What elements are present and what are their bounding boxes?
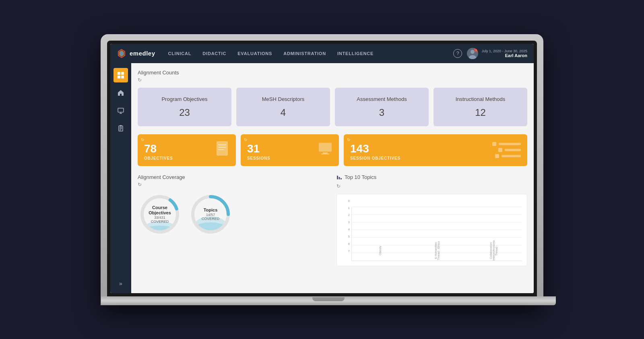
svg-rect-7 xyxy=(118,76,120,78)
stat-sessions[interactable]: ↻ 31 SESSIONS xyxy=(241,134,339,166)
svg-rect-5 xyxy=(118,72,120,75)
card-label-instructional-methods: Instructional Methods xyxy=(440,96,521,103)
circles-row: Course Objectives 33/431 COVERED xyxy=(138,192,328,236)
coverage-section: Alignment Coverage ↻ xyxy=(138,174,328,266)
circle-topics[interactable]: Topics 14/57 COVERED xyxy=(188,192,233,236)
card-label-assessment-methods: Assessment Methods xyxy=(341,96,422,103)
stat-sessions-content: 31 SESSIONS xyxy=(247,140,270,160)
svg-rect-9 xyxy=(118,108,124,112)
circle-donut-topics: Topics 14/57 COVERED xyxy=(188,192,233,236)
alignment-counts-refresh[interactable]: ↻ xyxy=(138,77,527,83)
card-number-program-objectives: 23 xyxy=(144,107,225,118)
content-area: Alignment Counts ↻ Program Objectives 23… xyxy=(131,63,534,293)
svg-rect-16 xyxy=(120,125,122,126)
circle-course-objectives-text: Course Objectives 33/431 COVERED xyxy=(149,205,171,224)
nav-right: ? 2 July 1, 2020 - June 30, 2025 xyxy=(453,48,527,59)
user-area: 2 July 1, 2020 - June 30, 2025 Earl Aaro… xyxy=(467,48,527,59)
nav-intelligence[interactable]: INTELLIGENCE xyxy=(337,49,374,58)
notification-badge: 2 xyxy=(474,48,478,52)
sidebar-collapse-button[interactable]: » xyxy=(114,279,128,288)
sidebar-item-home[interactable] xyxy=(114,86,128,100)
sidebar-item-clipboard[interactable] xyxy=(114,121,128,136)
bar-group-1: Thread - Ethics & Humanities xyxy=(412,239,462,261)
coverage-title: Alignment Coverage xyxy=(138,174,328,180)
circle-donut-course-objectives: Course Objectives 33/431 COVERED xyxy=(138,192,182,236)
nav-evaluations[interactable]: EVALUATIONS xyxy=(237,49,272,58)
session-objectives-icon xyxy=(492,142,521,158)
bars-area: ObesityThread - Ethics & HumanitiesThrea… xyxy=(351,207,522,261)
bar-group-0: Obesity xyxy=(355,239,405,261)
stat-sessions-refresh[interactable]: ↻ xyxy=(244,138,247,142)
stat-cards: ↻ 78 OBJECTIVES xyxy=(138,134,527,166)
bar-group-2: Thread - Interprofessional Collaboration xyxy=(469,239,519,261)
svg-rect-34 xyxy=(337,176,338,179)
svg-rect-36 xyxy=(341,178,342,179)
laptop-screen: emedley CLINICAL DIDACTIC EVALUATIONS AD… xyxy=(110,44,534,293)
avatar: 2 xyxy=(467,48,478,59)
card-number-assessment-methods: 3 xyxy=(341,107,422,118)
y-axis: 7 6 5 4 3 2 1 0 xyxy=(342,199,351,253)
stat-session-objectives-number: 143 xyxy=(350,143,400,154)
svg-rect-22 xyxy=(323,152,328,154)
bar-label-0: Obesity xyxy=(379,240,382,261)
svg-rect-17 xyxy=(217,141,228,156)
app-container: emedley CLINICAL DIDACTIC EVALUATIONS AD… xyxy=(110,44,534,293)
stat-objectives[interactable]: ↻ 78 OBJECTIVES xyxy=(138,134,236,166)
bottom-section: Alignment Coverage ↻ xyxy=(138,174,527,266)
card-program-objectives[interactable]: Program Objectives 23 xyxy=(138,88,231,126)
sidebar-item-monitor[interactable] xyxy=(114,103,128,118)
svg-rect-21 xyxy=(319,143,332,152)
stat-sessions-label: SESSIONS xyxy=(247,156,270,160)
stat-objectives-refresh[interactable]: ↻ xyxy=(141,138,144,142)
card-assessment-methods[interactable]: Assessment Methods 3 xyxy=(335,88,429,126)
card-number-instructional-methods: 12 xyxy=(440,107,521,118)
card-instructional-methods[interactable]: Instructional Methods 12 xyxy=(433,88,527,126)
logo-area: emedley xyxy=(117,49,155,58)
stat-session-objectives-refresh[interactable]: ↻ xyxy=(347,138,350,142)
chart-container: 7 6 5 4 3 2 1 0 xyxy=(336,194,527,266)
user-info: July 1, 2020 - June 30, 2025 Earl Aaron xyxy=(481,49,527,58)
sessions-icon xyxy=(318,141,332,159)
card-number-mesh-descriptors: 4 xyxy=(243,107,324,118)
stat-sessions-number: 31 xyxy=(247,143,270,154)
svg-rect-23 xyxy=(321,154,329,154)
sidebar-item-dashboard[interactable] xyxy=(114,68,128,82)
screen-bezel: emedley CLINICAL DIDACTIC EVALUATIONS AD… xyxy=(107,41,537,296)
nav-didactic[interactable]: DIDACTIC xyxy=(202,49,226,58)
circle-topics-text: Topics 14/57 COVERED xyxy=(200,208,222,221)
main-layout: » Alignment Counts ↻ Program Objectives … xyxy=(110,63,534,293)
stat-session-objectives-label: SESSION OBJECTIVES xyxy=(350,156,400,160)
bar-chart: 7 6 5 4 3 2 1 0 xyxy=(342,199,522,261)
svg-rect-35 xyxy=(339,177,340,179)
card-label-mesh-descriptors: MeSH Descriptors xyxy=(243,96,324,103)
coverage-refresh[interactable]: ↻ xyxy=(138,182,328,187)
nav-clinical[interactable]: CLINICAL xyxy=(168,49,192,58)
stat-session-objectives[interactable]: ↻ 143 SESSION OBJECTIVES xyxy=(344,134,527,166)
svg-rect-20 xyxy=(218,149,224,150)
stat-session-objectives-content: 143 SESSION OBJECTIVES xyxy=(350,140,400,160)
card-mesh-descriptors[interactable]: MeSH Descriptors 4 xyxy=(236,88,330,126)
svg-rect-6 xyxy=(121,72,124,75)
chart-section: Top 10 Topics ↻ 7 6 5 xyxy=(336,174,527,266)
help-button[interactable]: ? xyxy=(453,49,462,58)
user-name: Earl Aaron xyxy=(481,53,527,58)
stat-objectives-label: OBJECTIVES xyxy=(144,156,173,160)
svg-point-4 xyxy=(469,55,476,59)
stat-objectives-number: 78 xyxy=(144,143,173,154)
alignment-cards: Program Objectives 23 MeSH Descriptors 4… xyxy=(138,88,527,126)
top-nav: emedley CLINICAL DIDACTIC EVALUATIONS AD… xyxy=(110,44,534,63)
laptop-base xyxy=(101,296,556,305)
chart-title: Top 10 Topics xyxy=(336,174,527,180)
bar-label-2: Thread - Interprofessional Collaboration xyxy=(489,240,498,261)
user-date: July 1, 2020 - June 30, 2025 xyxy=(481,49,527,53)
stat-objectives-content: 78 OBJECTIVES xyxy=(144,140,173,160)
card-label-program-objectives: Program Objectives xyxy=(144,96,225,103)
objectives-icon xyxy=(215,140,229,160)
circle-course-objectives[interactable]: Course Objectives 33/431 COVERED xyxy=(138,192,182,236)
chart-refresh[interactable]: ↻ xyxy=(336,183,527,189)
nav-administration[interactable]: ADMINISTRATION xyxy=(283,49,326,58)
svg-rect-18 xyxy=(218,144,226,145)
chart-icon xyxy=(336,174,342,180)
svg-rect-19 xyxy=(218,147,226,148)
logo-text: emedley xyxy=(130,50,155,57)
